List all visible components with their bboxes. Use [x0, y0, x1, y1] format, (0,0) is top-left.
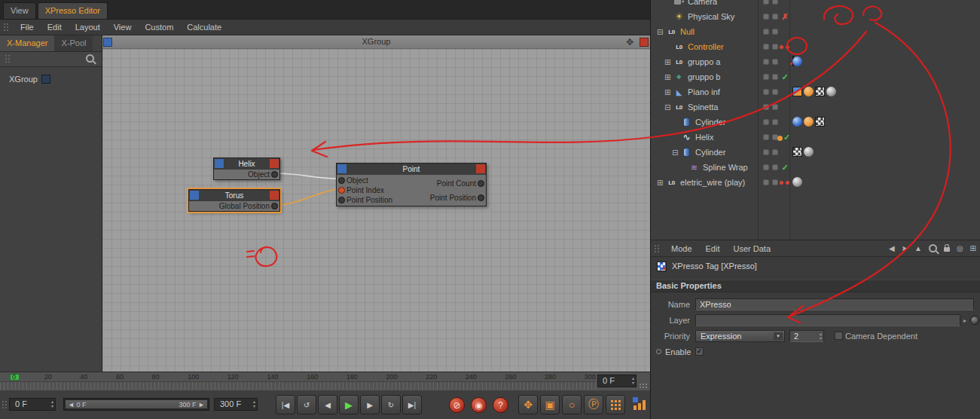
- editor-visibility-dot[interactable]: [763, 14, 769, 20]
- editor-visibility-dot[interactable]: [763, 164, 769, 170]
- menu-custom[interactable]: Custom: [138, 23, 180, 32]
- current-frame-spinner[interactable]: ▴ ▾: [51, 399, 53, 408]
- spinner-down-icon[interactable]: ▾: [632, 381, 634, 385]
- play-forward-button[interactable]: ▶: [339, 395, 359, 414]
- object-row-gruppo-b[interactable]: ⊞⌖gruppo b✓: [651, 69, 980, 84]
- point-node-header[interactable]: Point: [337, 164, 486, 175]
- editor-visibility-dot[interactable]: [763, 134, 769, 140]
- render-visibility-dot[interactable]: [772, 89, 778, 95]
- end-frame-spinner[interactable]: ▴ ▾: [253, 399, 255, 408]
- camera-dependent-checkbox[interactable]: [835, 332, 843, 340]
- history-back-icon[interactable]: ◀: [889, 244, 895, 252]
- render-visibility-dot[interactable]: [772, 59, 778, 65]
- output-port-point-count[interactable]: [478, 180, 484, 187]
- expand-icon[interactable]: ⊞: [664, 58, 673, 66]
- attributes-menu-edit[interactable]: Edit: [699, 244, 727, 253]
- end-frame-field[interactable]: 300 F ▴ ▾: [214, 398, 258, 411]
- object-row-physical-sky[interactable]: ☀Physical Sky✗: [651, 9, 980, 24]
- expand-icon[interactable]: ⊞: [664, 88, 673, 96]
- menu-layout[interactable]: Layout: [69, 23, 107, 32]
- panel-grip[interactable]: [5, 54, 11, 63]
- editor-visibility-dot[interactable]: [763, 149, 769, 155]
- pair-tag[interactable]: [792, 87, 802, 96]
- node-input-corner-icon[interactable]: [190, 191, 199, 200]
- layer-popup-icon[interactable]: ▸: [963, 317, 966, 324]
- priority-spinner-arrows[interactable]: ▴ ▾: [820, 332, 822, 341]
- sphere-gray-tag[interactable]: [826, 87, 836, 96]
- next-frame-button[interactable]: ▶: [360, 395, 380, 414]
- spinner-down-icon[interactable]: ▾: [253, 404, 255, 408]
- menu-edit[interactable]: Edit: [41, 23, 69, 32]
- collapse-icon[interactable]: ⊟: [664, 103, 673, 112]
- node-graph-area[interactable]: Helix Object Point ObjectPo: [102, 49, 650, 372]
- spinner-down-icon[interactable]: ▾: [820, 336, 822, 341]
- layer-browser-icon[interactable]: [970, 316, 979, 325]
- editor-visibility-dot[interactable]: [763, 29, 769, 35]
- play-backward-button[interactable]: ↺: [297, 395, 316, 414]
- keyframe-pla-button[interactable]: [606, 395, 625, 414]
- object-row-cylinder[interactable]: Cylinder: [651, 115, 980, 130]
- attributes-menu-mode[interactable]: Mode: [664, 244, 699, 253]
- object-row-gruppo-a[interactable]: ⊞L0gruppo a: [651, 54, 980, 69]
- object-row-cylinder[interactable]: ⊟Cylinder: [651, 145, 980, 160]
- goto-end-button[interactable]: ▶|: [402, 395, 422, 414]
- menu-view[interactable]: View: [107, 23, 139, 32]
- render-visibility-dot[interactable]: [772, 149, 778, 155]
- editor-visibility-dot[interactable]: [763, 59, 769, 65]
- range-left-arrow-icon[interactable]: ◄: [68, 401, 75, 408]
- record-active-objects-button[interactable]: ⊘: [449, 397, 465, 413]
- keyframe-parameter-button[interactable]: Ⓟ: [584, 395, 603, 414]
- loop-button[interactable]: ↻: [381, 395, 401, 414]
- current-frame-field[interactable]: 0 F ▴ ▾: [9, 398, 56, 411]
- checker-tag[interactable]: [815, 87, 825, 96]
- editor-visibility-dot[interactable]: [763, 104, 769, 110]
- frame-spinner[interactable]: ▴ ▾: [632, 376, 634, 385]
- helix-node[interactable]: Helix Object: [213, 158, 280, 180]
- render-visibility-dot[interactable]: [772, 0, 778, 5]
- ruler-frame-field[interactable]: 0 F ▴ ▾: [597, 375, 637, 387]
- output-port-point-position[interactable]: [478, 194, 484, 201]
- xpresso-canvas[interactable]: XGroup ✥ Helix Object: [102, 35, 650, 372]
- menu-calculate[interactable]: Calculate: [180, 23, 228, 32]
- spinner-down-icon[interactable]: ▾: [51, 404, 53, 408]
- attributes-menu-grip[interactable]: [654, 244, 661, 253]
- move-handle-icon[interactable]: ✥: [626, 35, 633, 49]
- checker-tag[interactable]: [815, 117, 825, 127]
- object-row-null[interactable]: ⊟L0Null: [651, 24, 980, 39]
- keyframe-rotation-button[interactable]: ○: [562, 395, 582, 414]
- keyframe-scale-button[interactable]: ▣: [540, 395, 560, 414]
- object-row-camera[interactable]: Camera: [651, 0, 980, 9]
- editor-visibility-dot[interactable]: [763, 44, 769, 50]
- up-icon[interactable]: ▲: [914, 244, 922, 252]
- chevron-down-icon[interactable]: ▾: [774, 332, 783, 340]
- object-row-helix[interactable]: ∿Helix✓: [651, 130, 980, 145]
- node-output-corner-icon[interactable]: [476, 164, 485, 173]
- previous-frame-button[interactable]: ◀: [318, 395, 337, 414]
- editor-visibility-dot[interactable]: [763, 179, 769, 185]
- torus-output-port-global-position[interactable]: [271, 203, 278, 210]
- enable-checkbox[interactable]: ✓: [695, 347, 704, 356]
- input-port-object[interactable]: [338, 177, 345, 184]
- object-row-eletric-wire-play[interactable]: ⊞L0eletric_wire (play): [651, 175, 980, 190]
- toolbar-grip[interactable]: [2, 400, 8, 410]
- node-output-corner-icon[interactable]: [270, 191, 279, 200]
- menubar-grip[interactable]: [3, 23, 10, 32]
- basic-properties-header[interactable]: Basic Properties: [651, 280, 980, 292]
- editor-visibility-dot[interactable]: [763, 119, 769, 125]
- expand-icon[interactable]: ⊞: [664, 73, 673, 81]
- node-output-corner-icon[interactable]: [270, 159, 279, 168]
- dot-orange-tag[interactable]: [804, 117, 814, 127]
- node-input-corner-icon[interactable]: [337, 164, 347, 173]
- point-node[interactable]: Point ObjectPoint IndexPoint Position Po…: [336, 163, 487, 206]
- tab-xpresso-editor[interactable]: XPresso Editor: [38, 2, 108, 19]
- search-icon[interactable]: [86, 54, 94, 63]
- editor-visibility-dot[interactable]: [763, 74, 769, 80]
- checker-tag[interactable]: [792, 147, 802, 157]
- sphere-gray-tag[interactable]: [804, 147, 814, 157]
- editor-visibility-dot[interactable]: [763, 89, 769, 95]
- name-field[interactable]: XPresso: [695, 298, 974, 310]
- frame-ruler[interactable]: 0204060801001201401601802002202402602803…: [0, 372, 650, 390]
- priority-dropdown[interactable]: Expression ▾: [695, 330, 785, 342]
- render-visibility-dot[interactable]: [772, 104, 778, 110]
- autokeying-button[interactable]: ◉: [471, 397, 487, 413]
